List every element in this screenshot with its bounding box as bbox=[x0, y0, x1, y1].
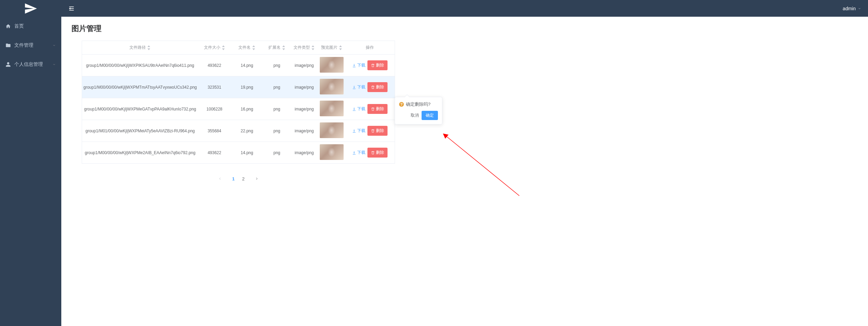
cell-size: 493622 bbox=[198, 142, 231, 164]
cell-fname: 14.png bbox=[231, 142, 263, 164]
table-row: group1/M00/00/00/wKjIjWXPMe2AIB_EAAeINn7… bbox=[82, 142, 395, 164]
download-button[interactable]: 下载 bbox=[352, 128, 365, 134]
download-icon bbox=[352, 63, 356, 68]
delete-confirm-popover: ?确定删除吗?取消确定 bbox=[395, 97, 442, 124]
chevron-down-icon bbox=[52, 44, 56, 47]
sidebar: 首页 文件管理 个人信息管理 bbox=[0, 0, 61, 326]
download-button[interactable]: 下载 bbox=[352, 62, 365, 68]
cell-size: 323531 bbox=[198, 76, 231, 98]
sort-icon bbox=[222, 45, 225, 50]
sort-icon bbox=[147, 45, 151, 50]
sort-icon bbox=[311, 45, 315, 50]
col-header-fname[interactable]: 文件名 bbox=[231, 41, 263, 55]
cell-preview bbox=[318, 76, 345, 98]
sidebar-item-profile[interactable]: 个人信息管理 bbox=[0, 55, 61, 74]
delete-button[interactable]: 删除 bbox=[367, 60, 388, 70]
sort-icon bbox=[339, 45, 342, 50]
confirm-button[interactable]: 确定 bbox=[422, 111, 438, 120]
download-icon bbox=[352, 107, 356, 111]
table-row: group1/M00/00/00/wKjIjWXPMeGATvpPAA9alKH… bbox=[82, 98, 395, 120]
cell-type: image/png bbox=[290, 120, 318, 142]
cell-ext: png bbox=[263, 76, 290, 98]
page-title: 图片管理 bbox=[72, 24, 858, 34]
page-2[interactable]: 2 bbox=[242, 176, 244, 181]
cell-path: group1/M00/00/00/wKjIjWXPMeGATvpPAA9alKH… bbox=[82, 98, 198, 120]
thumbnail-image[interactable] bbox=[320, 122, 344, 138]
col-header-path[interactable]: 文件路径 bbox=[82, 41, 198, 55]
thumbnail-image[interactable] bbox=[320, 79, 344, 94]
table-row: group1/M01/00/00/wKjIjWXPMeiATy5eAAVtZBz… bbox=[82, 120, 395, 142]
user-menu[interactable]: admin bbox=[843, 6, 861, 11]
trash-icon bbox=[371, 129, 375, 133]
download-button[interactable]: 下载 bbox=[352, 150, 365, 155]
trash-icon bbox=[371, 151, 375, 155]
delete-button[interactable]: 删除 bbox=[367, 104, 388, 114]
trash-icon bbox=[371, 107, 375, 111]
cell-actions: 下载删除 bbox=[345, 55, 395, 76]
cancel-button[interactable]: 取消 bbox=[411, 113, 419, 118]
trash-icon bbox=[371, 85, 375, 89]
cell-preview bbox=[318, 120, 345, 142]
paper-plane-icon bbox=[24, 2, 37, 15]
trash-icon bbox=[371, 63, 375, 68]
cell-preview bbox=[318, 98, 345, 120]
cell-actions: 下载删除 bbox=[345, 120, 395, 142]
pagination: 1 2 bbox=[82, 174, 395, 183]
col-header-ext[interactable]: 扩展名 bbox=[263, 41, 290, 55]
cell-path: group1/M00/00/00/wKjIjWXPIKSAU9trAAeINn7… bbox=[82, 55, 198, 76]
col-header-type[interactable]: 文件类型 bbox=[290, 41, 318, 55]
chevron-down-icon bbox=[858, 7, 861, 10]
cell-type: image/png bbox=[290, 55, 318, 76]
cell-preview bbox=[318, 142, 345, 164]
cell-ext: png bbox=[263, 142, 290, 164]
table-row: group1/M00/00/00/wKjIjWXPIKSAU9trAAeINn7… bbox=[82, 55, 395, 76]
page-1[interactable]: 1 bbox=[232, 176, 235, 181]
collapse-menu-icon[interactable] bbox=[68, 5, 75, 12]
cell-fname: 14.png bbox=[231, 55, 263, 76]
thumbnail-image[interactable] bbox=[320, 144, 344, 160]
cell-type: image/png bbox=[290, 98, 318, 120]
cell-size: 493622 bbox=[198, 55, 231, 76]
download-button[interactable]: 下载 bbox=[352, 84, 365, 90]
delete-button[interactable]: 删除 bbox=[367, 148, 388, 158]
delete-button[interactable]: 删除 bbox=[367, 126, 388, 136]
download-icon bbox=[352, 129, 356, 133]
col-header-preview[interactable]: 预览图片 bbox=[318, 41, 345, 55]
popover-message: ?确定删除吗? bbox=[399, 101, 438, 107]
logo-area bbox=[0, 0, 61, 17]
sidebar-item-home[interactable]: 首页 bbox=[0, 17, 61, 36]
sort-icon bbox=[282, 45, 285, 50]
svg-line-3 bbox=[446, 136, 519, 196]
cell-type: image/png bbox=[290, 76, 318, 98]
download-icon bbox=[352, 85, 356, 89]
sidebar-item-label: 首页 bbox=[14, 23, 56, 29]
col-header-size[interactable]: 文件大小 bbox=[198, 41, 231, 55]
page-prev[interactable] bbox=[215, 174, 225, 183]
cell-ext: png bbox=[263, 98, 290, 120]
cell-ext: png bbox=[263, 55, 290, 76]
sidebar-item-files[interactable]: 文件管理 bbox=[0, 36, 61, 55]
col-header-action: 操作 bbox=[345, 41, 395, 55]
cell-actions: 下载删除 bbox=[345, 142, 395, 164]
chevron-right-icon bbox=[255, 177, 259, 181]
download-button[interactable]: 下载 bbox=[352, 106, 365, 112]
cell-type: image/png bbox=[290, 142, 318, 164]
content: 图片管理 文件路径 文件大小 bbox=[61, 17, 868, 197]
download-icon bbox=[352, 151, 356, 155]
topbar: admin bbox=[61, 0, 868, 17]
cell-actions: 下载删除 bbox=[345, 98, 395, 120]
thumbnail-image[interactable] bbox=[320, 57, 344, 73]
cell-fname: 22.png bbox=[231, 120, 263, 142]
page-next[interactable] bbox=[252, 174, 262, 183]
cell-path: group1/M00/00/00/wKjIjWXPMTmATtsyAATvyxw… bbox=[82, 76, 198, 98]
chevron-left-icon bbox=[218, 177, 222, 181]
sort-icon bbox=[252, 45, 255, 50]
folder-icon bbox=[5, 43, 11, 48]
user-icon bbox=[5, 62, 11, 67]
user-name: admin bbox=[843, 6, 856, 11]
thumbnail-image[interactable] bbox=[320, 101, 344, 116]
table-row: group1/M00/00/00/wKjIjWXPMTmATtsyAATvyxw… bbox=[82, 76, 395, 98]
cell-path: group1/M00/00/00/wKjIjWXPMe2AIB_EAAeINn7… bbox=[82, 142, 198, 164]
cell-preview bbox=[318, 55, 345, 76]
delete-button[interactable]: 删除 bbox=[367, 82, 388, 92]
